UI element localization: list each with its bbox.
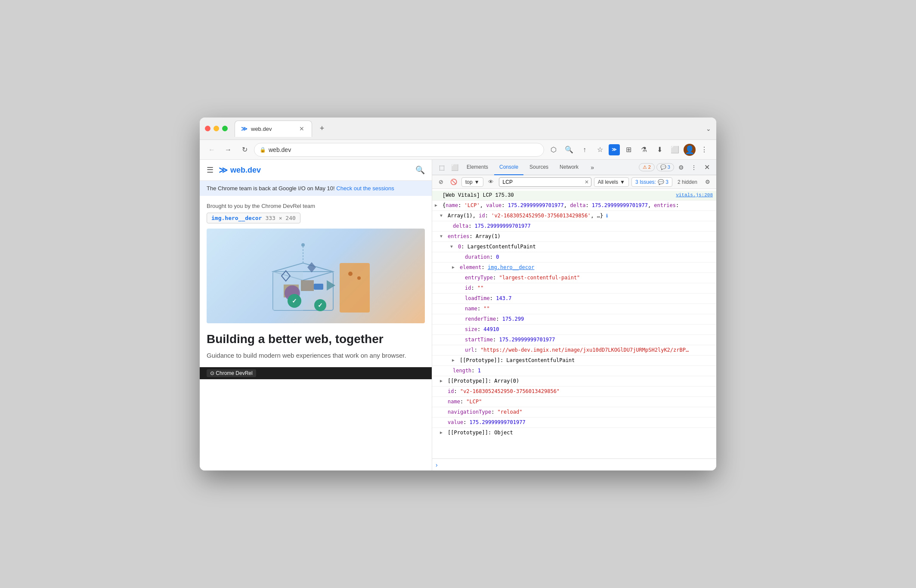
console-line: name: "" xyxy=(432,304,716,314)
console-clear-button[interactable]: ⊘ xyxy=(436,177,446,187)
prop-size: size: 44910 xyxy=(465,326,499,332)
console-line: ▼ 0: LargestContentfulPaint xyxy=(432,242,716,252)
brought-by-text: Brought to you by the Chrome DevRel team xyxy=(207,203,425,209)
live-expressions-button[interactable]: 👁 xyxy=(486,177,496,187)
banner-text: The Chrome team is back at Google I/O on… xyxy=(207,185,335,192)
expand-icon[interactable]: ▶ xyxy=(440,378,443,384)
banner: The Chrome team is back at Google I/O on… xyxy=(200,181,432,196)
address-bar[interactable]: 🔒 web.dev xyxy=(254,143,544,157)
cast-button[interactable]: ⬡ xyxy=(547,143,560,157)
chat-badge[interactable]: 💬 3 xyxy=(656,163,674,171)
extensions-puzzle-button[interactable]: ⊞ xyxy=(622,143,635,157)
filter-clear-button[interactable]: ✕ xyxy=(585,179,589,185)
expand-icon[interactable]: ▼ xyxy=(450,244,453,250)
console-line: size: 44910 xyxy=(432,325,716,335)
context-chevron: ▼ xyxy=(474,179,480,185)
console-line: [Web Vitals] LCP 175.30 vitals.js:208 xyxy=(432,191,716,201)
log-levels-select[interactable]: All levels ▼ xyxy=(594,177,629,187)
devtools-settings-button[interactable]: ⚙ xyxy=(675,161,687,173)
download-button[interactable]: ⬇ xyxy=(653,143,666,157)
devtools-more-button[interactable]: ⋮ xyxy=(688,161,700,173)
console-line: ▶ [[Prototype]]: Array(0) xyxy=(432,376,716,387)
traffic-lights xyxy=(205,126,228,131)
console-filter-button[interactable]: 🚫 xyxy=(449,177,459,187)
chrome-menu-button[interactable]: ⋮ xyxy=(697,143,711,157)
console-line: duration: 0 xyxy=(432,252,716,263)
tooltip-dimensions: 333 × 240 xyxy=(265,215,295,221)
extension-button[interactable]: ≫ xyxy=(609,144,620,155)
close-window-button[interactable] xyxy=(205,126,210,131)
tab-network[interactable]: Network xyxy=(554,160,584,175)
expand-icon[interactable]: ▶ xyxy=(435,202,437,209)
prop-url: url: "https://web-dev.imgix.net/image/jx… xyxy=(465,347,689,353)
proto-object: [[Prototype]]: Object xyxy=(448,430,513,436)
expand-icon[interactable]: ▼ xyxy=(440,213,443,219)
search-button[interactable]: 🔍 xyxy=(562,143,576,157)
console-line: ▶ [[Prototype]]: Object xyxy=(432,428,716,438)
context-label: top xyxy=(465,179,473,185)
tab-sources[interactable]: Sources xyxy=(524,160,554,175)
svg-point-10 xyxy=(301,243,305,247)
hero-image: ✓ ✓ xyxy=(207,229,425,323)
console-line: length: 1 xyxy=(432,366,716,376)
hero-illustration: ✓ ✓ xyxy=(260,237,372,315)
devtools-close-button[interactable]: ✕ xyxy=(701,161,713,173)
minimize-window-button[interactable] xyxy=(214,126,219,131)
prop-length: length: 1 xyxy=(453,368,481,374)
obj-preview: {name: 'LCP', value: 175.29999999701977,… xyxy=(443,202,679,208)
console-line: renderTime: 175.299 xyxy=(432,314,716,325)
address-text: web.dev xyxy=(269,146,291,153)
expand-icon[interactable]: ▼ xyxy=(440,233,443,240)
sidebar-button[interactable]: ⬜ xyxy=(668,143,682,157)
new-tab-button[interactable]: + xyxy=(316,122,328,135)
line-source[interactable]: vitals.js:208 xyxy=(676,192,713,199)
context-selector[interactable]: top ▼ xyxy=(461,177,483,187)
inspect-element-button[interactable]: ⬚ xyxy=(436,161,448,173)
prop-entrytype: entryType: "largest-contentful-paint" xyxy=(465,275,580,281)
avatar[interactable]: 👤 xyxy=(684,144,696,156)
levels-label: All levels xyxy=(598,179,618,185)
console-line: loadTime: 143.7 xyxy=(432,294,716,304)
svg-rect-4 xyxy=(301,280,314,291)
tab-close-button[interactable]: ✕ xyxy=(298,125,306,133)
hidden-count: 2 hidden xyxy=(675,178,700,186)
more-tabs-button[interactable]: » xyxy=(586,161,598,173)
warning-badge[interactable]: ⚠ 2 xyxy=(639,163,655,171)
issues-badge[interactable]: 3 Issues: 💬 3 xyxy=(631,177,672,187)
flask-button[interactable]: ⚗ xyxy=(637,143,651,157)
reload-button[interactable]: ↻ xyxy=(238,143,251,157)
browser-tab[interactable]: ≫ web.dev ✕ xyxy=(235,121,312,137)
expand-icon[interactable]: ▶ xyxy=(452,264,455,271)
svg-text:✓: ✓ xyxy=(292,297,297,304)
prompt-chevron: › xyxy=(436,461,438,468)
expand-icon[interactable]: ▶ xyxy=(440,430,443,436)
console-line: name: "LCP" xyxy=(432,397,716,407)
maximize-window-button[interactable] xyxy=(222,126,228,131)
tab-console[interactable]: Console xyxy=(494,160,523,175)
banner-link[interactable]: Check out the sessions xyxy=(336,185,394,192)
issues-settings-button[interactable]: ⚙ xyxy=(702,177,713,187)
title-bar: ≫ web.dev ✕ + ⌄ xyxy=(200,118,716,140)
site-description: Guidance to build modern web experiences… xyxy=(207,351,425,361)
tabs-menu-button[interactable]: ⌄ xyxy=(706,125,711,132)
site-nav: ☰ ≫ web.dev 🔍 xyxy=(200,160,432,181)
site-search-button[interactable]: 🔍 xyxy=(415,165,425,175)
site-logo-icon: ≫ xyxy=(219,165,228,175)
tab-favicon: ≫ xyxy=(241,125,248,132)
back-button[interactable]: ← xyxy=(205,143,219,157)
nav-actions: ⬡ 🔍 ↑ ☆ ≫ ⊞ ⚗ ⬇ ⬜ 👤 ⋮ xyxy=(547,143,711,157)
tab-elements[interactable]: Elements xyxy=(461,160,493,175)
hamburger-menu-button[interactable]: ☰ xyxy=(207,165,214,175)
console-prompt-input[interactable] xyxy=(441,462,713,468)
expand-icon[interactable]: ▶ xyxy=(452,357,455,364)
device-toolbar-button[interactable]: ⬜ xyxy=(449,161,461,173)
bookmark-button[interactable]: ☆ xyxy=(593,143,607,157)
share-button[interactable]: ↑ xyxy=(578,143,591,157)
entry-0: 0: LargestContentfulPaint xyxy=(458,244,536,250)
dt-badges: ⚠ 2 💬 3 xyxy=(639,163,674,171)
proto-array: [[Prototype]]: Array(0) xyxy=(448,378,519,384)
console-line: value: 175.29999999701977 xyxy=(432,418,716,428)
forward-button[interactable]: → xyxy=(221,143,235,157)
console-filter-input[interactable] xyxy=(499,177,591,187)
console-prompt: › xyxy=(432,458,716,470)
